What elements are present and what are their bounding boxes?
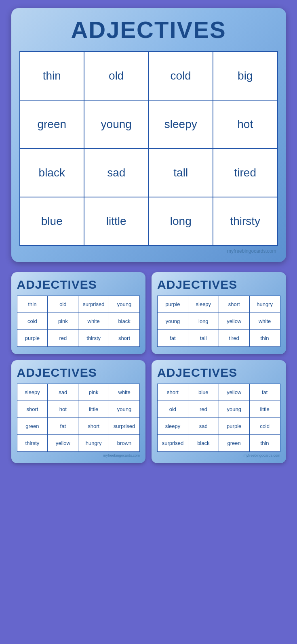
grid-cell: thirsty <box>78 330 109 347</box>
grid-cell: red <box>188 401 219 418</box>
small-card-4-watermark: myfreebingocards.com <box>157 453 280 457</box>
grid-cell: surprised <box>109 418 140 435</box>
small-card-3-title: ADJECTIVES <box>17 366 140 380</box>
grid-cell: long <box>149 197 213 245</box>
grid-cell: thin <box>20 52 84 100</box>
grid-cell: sad <box>84 149 149 197</box>
grid-cell: old <box>84 52 149 100</box>
small-card-1-title: ADJECTIVES <box>17 278 140 292</box>
main-bingo-card: ADJECTIVES thinoldcoldbiggreenyoungsleep… <box>11 8 286 262</box>
grid-cell: blue <box>20 197 84 245</box>
grid-cell: little <box>78 401 109 418</box>
grid-cell: little <box>249 401 280 418</box>
grid-cell: tired <box>219 330 249 347</box>
grid-cell: young <box>219 401 249 418</box>
grid-cell: surprised <box>158 435 188 452</box>
grid-cell: yellow <box>48 435 78 452</box>
grid-cell: tall <box>149 149 213 197</box>
grid-cell: cold <box>149 52 213 100</box>
grid-cell: big <box>213 52 278 100</box>
grid-cell: fat <box>158 330 188 347</box>
grid-cell: pink <box>48 313 78 330</box>
grid-cell: hungry <box>249 296 280 313</box>
small-grid-3: sleepysadpinkwhiteshorthotlittleyounggre… <box>17 384 140 452</box>
small-card-1: ADJECTIVES thinoldsurprisedyoungcoldpink… <box>11 272 146 354</box>
grid-cell: white <box>78 313 109 330</box>
grid-cell: short <box>78 418 109 435</box>
grid-cell: sleepy <box>149 100 213 149</box>
grid-cell: purple <box>158 296 188 313</box>
grid-cell: sad <box>48 384 78 401</box>
small-card-3-watermark: myfreebingocards.com <box>17 453 140 457</box>
small-card-2-title: ADJECTIVES <box>157 278 280 292</box>
grid-cell: purple <box>17 330 48 347</box>
small-cards-container: ADJECTIVES thinoldsurprisedyoungcoldpink… <box>11 272 286 463</box>
grid-cell: thin <box>249 435 280 452</box>
grid-cell: old <box>158 401 188 418</box>
grid-cell: thin <box>17 296 48 313</box>
grid-cell: sleepy <box>158 418 188 435</box>
grid-cell: purple <box>219 418 249 435</box>
grid-cell: red <box>48 330 78 347</box>
grid-cell: green <box>17 418 48 435</box>
grid-cell: cold <box>249 418 280 435</box>
grid-cell: tired <box>213 149 278 197</box>
grid-cell: pink <box>78 384 109 401</box>
grid-cell: brown <box>109 435 140 452</box>
grid-cell: yellow <box>219 384 249 401</box>
grid-cell: hot <box>48 401 78 418</box>
main-watermark: myfreebingocards.com <box>19 248 278 254</box>
grid-cell: white <box>109 384 140 401</box>
small-card-4: ADJECTIVES shortblueyellowfatoldredyoung… <box>152 360 286 463</box>
small-card-3: ADJECTIVES sleepysadpinkwhiteshorthotlit… <box>11 360 146 463</box>
grid-cell: sad <box>188 418 219 435</box>
grid-cell: little <box>84 197 149 245</box>
small-grid-4: shortblueyellowfatoldredyounglittlesleep… <box>157 384 280 452</box>
grid-cell: young <box>109 401 140 418</box>
grid-cell: fat <box>48 418 78 435</box>
grid-cell: short <box>219 296 249 313</box>
grid-cell: green <box>20 100 84 149</box>
grid-cell: short <box>158 384 188 401</box>
small-card-4-title: ADJECTIVES <box>157 366 280 380</box>
grid-cell: yellow <box>219 313 249 330</box>
grid-cell: young <box>84 100 149 149</box>
grid-cell: short <box>17 401 48 418</box>
small-grid-2: purplesleepyshorthungryyounglongyellowwh… <box>157 296 280 347</box>
grid-cell: surprised <box>78 296 109 313</box>
grid-cell: sleepy <box>188 296 219 313</box>
grid-cell: black <box>109 313 140 330</box>
main-card-title: ADJECTIVES <box>19 16 278 43</box>
main-bingo-grid: thinoldcoldbiggreenyoungsleepyhotblacksa… <box>19 51 278 246</box>
grid-cell: black <box>20 149 84 197</box>
grid-cell: thirsty <box>213 197 278 245</box>
small-grid-1: thinoldsurprisedyoungcoldpinkwhiteblackp… <box>17 296 140 347</box>
grid-cell: black <box>188 435 219 452</box>
small-card-2: ADJECTIVES purplesleepyshorthungryyoungl… <box>152 272 286 354</box>
grid-cell: old <box>48 296 78 313</box>
grid-cell: cold <box>17 313 48 330</box>
grid-cell: green <box>219 435 249 452</box>
grid-cell: thirsty <box>17 435 48 452</box>
grid-cell: white <box>249 313 280 330</box>
grid-cell: hungry <box>78 435 109 452</box>
grid-cell: blue <box>188 384 219 401</box>
grid-cell: thin <box>249 330 280 347</box>
grid-cell: hot <box>213 100 278 149</box>
grid-cell: young <box>158 313 188 330</box>
grid-cell: short <box>109 330 140 347</box>
grid-cell: young <box>109 296 140 313</box>
grid-cell: fat <box>249 384 280 401</box>
grid-cell: tall <box>188 330 219 347</box>
grid-cell: sleepy <box>17 384 48 401</box>
grid-cell: long <box>188 313 219 330</box>
